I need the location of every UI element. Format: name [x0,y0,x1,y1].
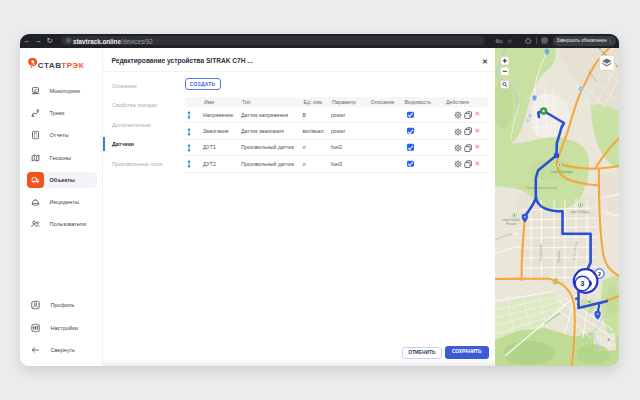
svg-text:Промышленный: Промышленный [525,184,557,189]
svg-text:сквер Пионеров: сквер Пионеров [551,170,574,174]
svg-text:сквер Героев: сквер Героев [502,217,521,221]
svg-text:Пирогова: Пирогова [557,250,561,263]
svg-text:парк Победы: парк Победы [571,210,589,214]
svg-text:Рогожникова: Рогожникова [539,243,543,260]
svg-text:России: России [506,222,516,226]
svg-text:2: 2 [598,270,601,276]
svg-text:3: 3 [581,280,585,287]
